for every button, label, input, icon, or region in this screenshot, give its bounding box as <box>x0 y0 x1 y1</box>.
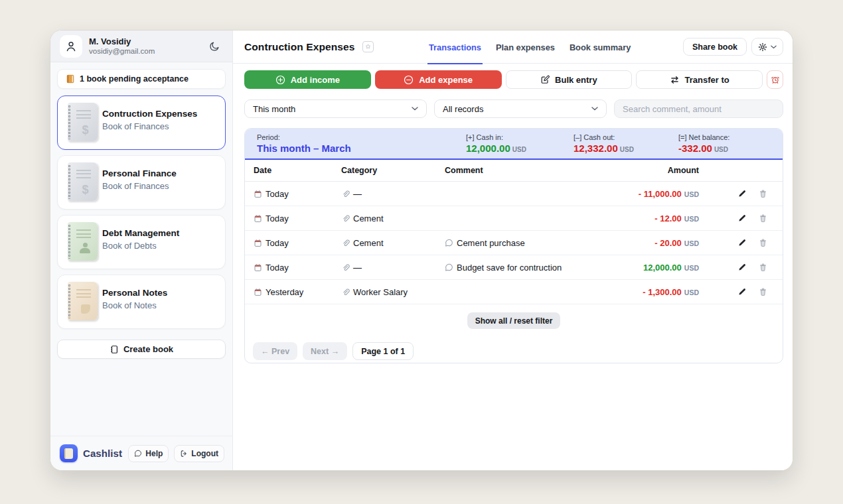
dark-mode-toggle[interactable] <box>206 38 223 55</box>
cell-date: Yesterday <box>245 287 341 297</box>
bulk-entry-icon <box>540 75 550 84</box>
cell-comment: Budget save for contruction <box>445 263 610 273</box>
cell-amount: - 20.00 USD <box>610 238 699 248</box>
delete-button[interactable] <box>759 287 767 296</box>
show-all-reset-filter-button[interactable]: Show all / reset filter <box>467 312 561 329</box>
table-header: Date Category Comment Amount <box>245 160 783 182</box>
sidebar-body: 1 book pending acceptance Contruction Ex… <box>50 62 232 436</box>
edit-button[interactable] <box>737 287 747 296</box>
records-select[interactable]: All records <box>434 99 607 118</box>
delete-button[interactable] <box>759 214 767 223</box>
pencil-icon <box>737 214 747 223</box>
moon-icon <box>209 41 220 52</box>
table-row[interactable]: Yesterday Worker Salary - 1 <box>245 280 783 304</box>
book-card[interactable]: Personal Finance Book of Finances <box>57 155 226 210</box>
table-row[interactable]: Today Cement Cement purchase <box>245 231 783 255</box>
tab[interactable]: Transactions <box>429 31 481 64</box>
create-book-label: Create book <box>123 344 173 354</box>
cell-date: Today <box>245 214 341 223</box>
period-value: This month – March <box>257 143 466 154</box>
delete-button[interactable] <box>759 238 767 247</box>
actions-row: Add income Add expense Bulk entry Transf… <box>244 70 783 89</box>
cell-category: Cement <box>341 238 445 248</box>
next-page-button[interactable]: Next → <box>303 342 347 360</box>
cell-category: Worker Salary <box>341 287 445 297</box>
transfer-to-button[interactable]: Transfer to <box>636 70 763 89</box>
cash-out-value: 12,332.00USD <box>574 143 678 154</box>
reminder-button[interactable] <box>767 70 783 89</box>
book-title: Personal Notes <box>102 288 167 298</box>
delete-button[interactable] <box>759 263 767 272</box>
share-book-button[interactable]: Share book <box>683 38 747 56</box>
tab-bar: Transactions Plan expenses Book summary <box>429 31 631 64</box>
book-card[interactable]: Contruction Expenses Book of Finances <box>57 95 226 150</box>
cell-date: Today <box>245 263 341 273</box>
edit-button[interactable] <box>737 263 747 272</box>
table-row[interactable]: Today — - 11,000.00 <box>245 182 783 206</box>
filter-row: This month All records <box>244 99 783 118</box>
tab[interactable]: Plan expenses <box>496 31 555 64</box>
trash-icon <box>759 214 767 223</box>
add-expense-button[interactable]: Add expense <box>375 70 502 89</box>
delete-button[interactable] <box>759 189 767 198</box>
paperclip-icon <box>341 214 350 223</box>
cash-in-value: 12,000.00USD <box>466 143 574 154</box>
table-row[interactable]: Today — Budget save for contruction <box>245 255 783 280</box>
pencil-icon <box>737 189 747 198</box>
book-title: Personal Finance <box>102 168 177 178</box>
cashlist-logo-text: Cashlist <box>83 448 122 459</box>
pending-books-label: 1 book pending acceptance <box>80 74 189 84</box>
paperclip-icon <box>341 239 350 247</box>
cell-date: Today <box>245 238 341 248</box>
table-row[interactable]: Today Cement - 12.00 <box>245 206 783 231</box>
book-title: Debt Management <box>102 228 179 238</box>
bulk-entry-button[interactable]: Bulk entry <box>506 70 633 89</box>
user-email: vosidiy@gmail.com <box>89 46 155 56</box>
net-balance-value: -332.00USD <box>678 143 783 154</box>
period-select[interactable]: This month <box>244 99 427 118</box>
person-icon <box>65 40 77 52</box>
user-name: M. Vosidiy <box>89 36 155 46</box>
cash-in-label: [+] Cash in: <box>466 133 574 141</box>
pending-books-banner[interactable]: 1 book pending acceptance <box>57 69 226 89</box>
edit-button[interactable] <box>737 238 747 247</box>
paperclip-icon <box>341 190 350 198</box>
book-card[interactable]: Personal Notes Book of Notes <box>57 275 226 329</box>
book-card[interactable]: Debt Management Book of Debts <box>57 215 226 269</box>
edit-button[interactable] <box>737 189 747 198</box>
plus-circle-icon <box>275 75 285 85</box>
period-label: Period: <box>257 133 466 141</box>
create-book-button[interactable]: Create book <box>57 340 226 359</box>
col-category: Category <box>341 166 445 175</box>
pencil-icon <box>737 287 747 296</box>
logout-icon <box>180 450 188 458</box>
sidebar-footer: Cashlist Help Logout <box>50 436 232 470</box>
calendar-icon <box>254 190 262 198</box>
bookmark-icon[interactable] <box>362 41 374 52</box>
col-amount: Amount <box>610 166 699 175</box>
comment-icon <box>445 239 453 247</box>
edit-button[interactable] <box>737 214 747 223</box>
logout-button[interactable]: Logout <box>174 445 224 462</box>
avatar[interactable] <box>60 35 82 58</box>
logout-label: Logout <box>191 449 218 458</box>
tab[interactable]: Book summary <box>570 31 631 64</box>
book-subtitle: Book of Notes <box>102 300 167 310</box>
add-income-button[interactable]: Add income <box>244 70 371 89</box>
cell-amount: - 12.00 USD <box>610 214 699 223</box>
transfer-icon <box>670 76 680 84</box>
net-balance-label: [=] Net balance: <box>678 133 783 141</box>
cell-category: — <box>341 263 445 273</box>
user-bar: M. Vosidiy vosidiy@gmail.com <box>50 31 232 62</box>
search-input[interactable] <box>614 99 783 118</box>
pencil-icon <box>737 263 747 272</box>
settings-dropdown-button[interactable] <box>751 38 783 56</box>
help-button[interactable]: Help <box>128 445 169 462</box>
cell-amount: 12,000.00 USD <box>610 263 699 273</box>
book-subtitle: Book of Finances <box>102 121 197 131</box>
cell-amount: - 1,300.00 USD <box>610 287 699 297</box>
app-window: M. Vosidiy vosidiy@gmail.com 1 book pend… <box>50 30 793 471</box>
book-subtitle: Book of Finances <box>102 181 177 191</box>
topbar: Contruction Expenses Transactions Plan e… <box>233 31 793 64</box>
prev-page-button[interactable]: ← Prev <box>253 342 297 360</box>
